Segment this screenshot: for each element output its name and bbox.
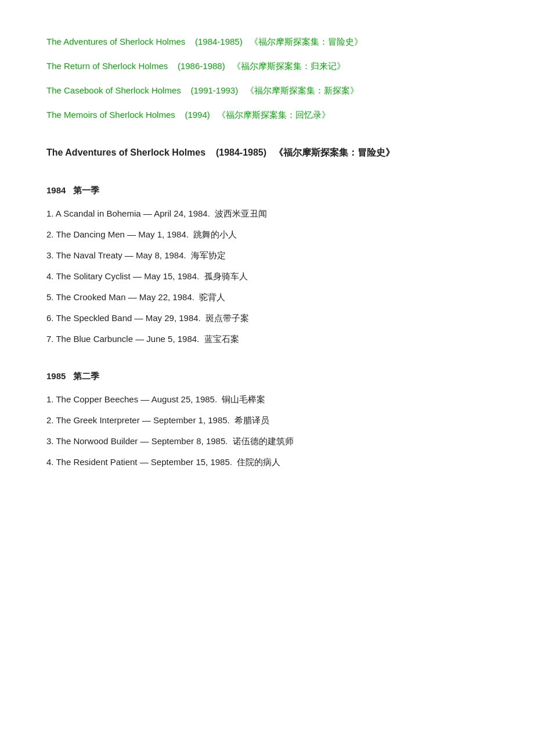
- toc-memoirs-years: (1994): [185, 110, 210, 120]
- episode-s1e6-date: May 29, 1984.: [146, 313, 201, 323]
- toc-memoirs-chinese: 《福尔摩斯探案集：回忆录》: [217, 110, 330, 120]
- season-1984: 1984 第一季 1. A Scandal in Bohemia — April…: [46, 183, 488, 346]
- episode-s1e1-title: A Scandal in Bohemia: [56, 208, 141, 218]
- episode-s2e2-num: 2: [46, 415, 51, 425]
- episode-s1e7-title: The Blue Carbuncle: [56, 334, 133, 344]
- episode-s2e3: 3. The Norwood Builder — September 8, 19…: [46, 434, 488, 448]
- episode-s2e4-date: September 15, 1985.: [151, 457, 232, 467]
- episode-s1e2-date: May 1, 1984.: [138, 229, 189, 239]
- episode-s2e1-title: The Copper Beeches: [56, 394, 138, 404]
- episode-s1e5-num: 5: [46, 292, 51, 302]
- episode-s1e3-chinese: 海军协定: [191, 250, 226, 260]
- episode-s2e4: 4. The Resident Patient — September 15, …: [46, 455, 488, 469]
- episode-s2e3-date: September 8, 1985.: [151, 436, 228, 446]
- adventures-title-english: The Adventures of Sherlock Holmes: [46, 147, 205, 157]
- episode-s1e5: 5. The Crooked Man — May 22, 1984. 驼背人: [46, 290, 488, 304]
- toc-item-casebook[interactable]: The Casebook of Sherlock Holmes (1991-19…: [46, 84, 488, 98]
- episode-s2e1: 1. The Copper Beeches — August 25, 1985.…: [46, 393, 488, 406]
- episode-s2e1-date: August 25, 1985.: [151, 394, 217, 404]
- toc-item-memoirs[interactable]: The Memoirs of Sherlock Holmes (1994) 《福…: [46, 108, 488, 122]
- table-of-contents: The Adventures of Sherlock Holmes (1984-…: [46, 35, 488, 122]
- episode-s1e1-date: April 24, 1984.: [154, 208, 210, 218]
- season-1984-header: 1984 第一季: [46, 183, 488, 197]
- episode-s1e1-num: 1: [46, 208, 51, 218]
- episode-s2e1-chinese: 铜山毛榉案: [222, 394, 265, 404]
- toc-casebook-chinese: 《福尔摩斯探案集：新探案》: [246, 85, 359, 95]
- episode-s1e5-title: The Crooked Man: [56, 292, 125, 302]
- episode-s1e5-chinese: 驼背人: [199, 292, 225, 302]
- toc-casebook-years: (1991-1993): [190, 85, 238, 95]
- season-1985: 1985 第二季 1. The Copper Beeches — August …: [46, 369, 488, 469]
- episode-s1e1: 1. A Scandal in Bohemia — April 24, 1984…: [46, 207, 488, 221]
- episode-s1e6-title: The Speckled Band: [56, 313, 132, 323]
- episode-s1e2-title: The Dancing Men: [56, 229, 124, 239]
- episode-s1e4-chinese: 孤身骑车人: [204, 271, 248, 281]
- episode-s2e1-num: 1: [46, 394, 51, 404]
- toc-return-chinese: 《福尔摩斯探案集：归来记》: [232, 61, 345, 71]
- episode-s1e1-chinese: 波西米亚丑闻: [215, 208, 267, 218]
- episode-s1e3-num: 3: [46, 250, 51, 260]
- adventures-title-block: The Adventures of Sherlock Holmes (1984-…: [46, 145, 488, 160]
- episode-s1e4-num: 4: [46, 271, 51, 281]
- episode-s2e2-title: The Greek Interpreter: [56, 415, 139, 425]
- episode-s1e7-date: June 5, 1984.: [146, 334, 199, 344]
- episode-s1e3-date: May 8, 1984.: [136, 250, 186, 260]
- adventures-title-chinese: 《福尔摩斯探案集：冒险史》: [274, 147, 395, 157]
- episode-s1e4-title: The Solitary Cyclist: [56, 271, 130, 281]
- episode-s1e2-chinese: 跳舞的小人: [193, 229, 237, 239]
- season-1984-chinese: 第一季: [73, 185, 99, 195]
- episode-s2e3-num: 3: [46, 436, 51, 446]
- episode-s2e4-title: The Resident Patient: [56, 457, 137, 467]
- episode-s1e6: 6. The Speckled Band — May 29, 1984. 斑点带…: [46, 311, 488, 325]
- episode-s1e2: 2. The Dancing Men — May 1, 1984. 跳舞的小人: [46, 228, 488, 242]
- toc-return-english: The Return of Sherlock Holmes: [46, 61, 168, 71]
- toc-item-adventures[interactable]: The Adventures of Sherlock Holmes (1984-…: [46, 35, 488, 49]
- episode-s2e3-title: The Norwood Builder: [56, 436, 138, 446]
- season-1984-year: 1984: [46, 185, 66, 195]
- adventures-section: The Adventures of Sherlock Holmes (1984-…: [46, 145, 488, 469]
- episode-s1e3: 3. The Naval Treaty — May 8, 1984. 海军协定: [46, 249, 488, 262]
- episode-s2e3-chinese: 诺伍德的建筑师: [233, 436, 294, 446]
- episode-s1e6-chinese: 斑点带子案: [205, 313, 249, 323]
- episode-s2e4-num: 4: [46, 457, 51, 467]
- episode-s1e7: 7. The Blue Carbuncle — June 5, 1984. 蓝宝…: [46, 332, 488, 346]
- episode-s1e4: 4. The Solitary Cyclist — May 15, 1984. …: [46, 269, 488, 283]
- season-1985-header: 1985 第二季: [46, 369, 488, 383]
- episode-s2e2-chinese: 希腊译员: [234, 415, 269, 425]
- episode-s2e2: 2. The Greek Interpreter — September 1, …: [46, 413, 488, 427]
- adventures-title: The Adventures of Sherlock Holmes (1984-…: [46, 147, 395, 157]
- episode-s2e2-date: September 1, 1985.: [153, 415, 230, 425]
- toc-memoirs-english: The Memoirs of Sherlock Holmes: [46, 110, 175, 120]
- toc-adventures-years: (1984-1985): [195, 37, 243, 46]
- toc-item-return[interactable]: The Return of Sherlock Holmes (1986-1988…: [46, 59, 488, 73]
- episode-s1e7-num: 7: [46, 334, 51, 344]
- episode-s1e6-num: 6: [46, 313, 51, 323]
- episode-s1e2-num: 2: [46, 229, 51, 239]
- toc-adventures-english: The Adventures of Sherlock Holmes: [46, 37, 185, 46]
- toc-casebook-english: The Casebook of Sherlock Holmes: [46, 85, 181, 95]
- season-1985-chinese: 第二季: [73, 371, 99, 381]
- episode-s1e4-date: May 15, 1984.: [144, 271, 199, 281]
- episode-s1e3-title: The Naval Treaty: [56, 250, 122, 260]
- episode-s2e4-chinese: 住院的病人: [237, 457, 280, 467]
- toc-return-years: (1986-1988): [178, 61, 225, 71]
- episode-s1e7-chinese: 蓝宝石案: [204, 334, 239, 344]
- toc-adventures-chinese: 《福尔摩斯探案集：冒险史》: [250, 37, 363, 46]
- season-1985-year: 1985: [46, 371, 66, 381]
- adventures-title-years: (1984-1985): [216, 147, 266, 157]
- episode-s1e5-date: May 22, 1984.: [139, 292, 194, 302]
